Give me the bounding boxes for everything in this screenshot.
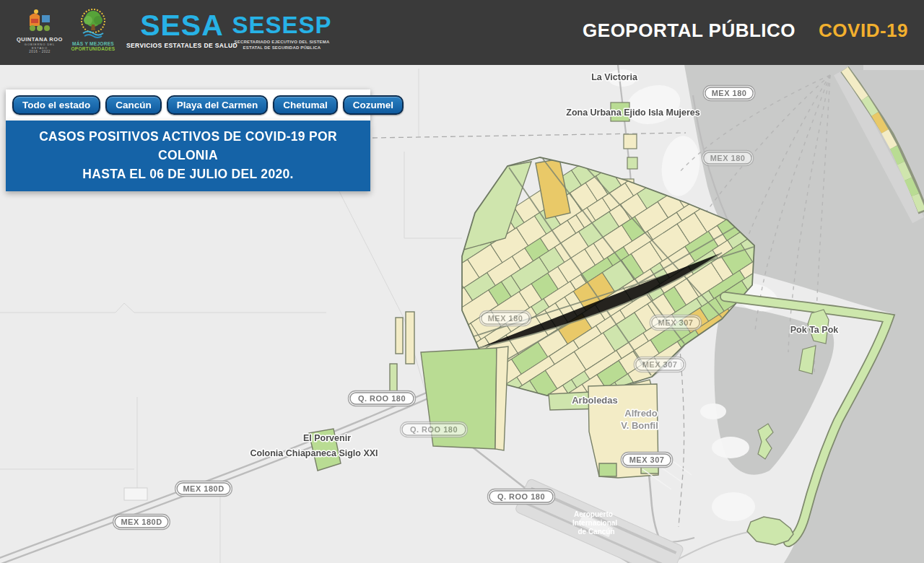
oportunidades-logo: MÁS Y MEJORES OPORTUNIDADES — [66, 7, 120, 51]
covid-badge: COVID-19 — [819, 19, 908, 42]
map-label: Colonia Chiapaneca Siglo XXI — [250, 448, 378, 458]
highway-shield: MEX 180 — [703, 86, 754, 101]
svg-text:MEX 180: MEX 180 — [710, 154, 746, 162]
button-cozumel[interactable]: Cozumel — [343, 95, 404, 115]
highway-shield: MEX 307 — [634, 357, 685, 372]
button-chetumal[interactable]: Chetumal — [273, 95, 338, 115]
quintana-roo-logo: QUINTANA ROO GOBIERNO DEL ESTADO 2016 - … — [16, 9, 64, 53]
map-label: Pok Ta Pok — [790, 325, 839, 335]
svg-text:MEX 307: MEX 307 — [642, 360, 678, 369]
map-label: Internacional — [572, 519, 617, 527]
svg-text:Q. ROO 180: Q. ROO 180 — [358, 394, 406, 403]
highway-shield: Q. ROO 180 — [488, 489, 555, 505]
svg-text:MEX 180D: MEX 180D — [183, 484, 224, 493]
highway-shield: MEX 307 — [621, 453, 672, 468]
sesesp-logo-title: SESESP — [230, 13, 334, 38]
overlay-panel: Todo el estado Cancún Playa del Carmen C… — [6, 90, 370, 191]
highway-shield: MEX 307 — [650, 315, 701, 331]
highway-shield: Q. ROO 180 — [401, 422, 468, 437]
svg-text:Q. ROO 180: Q. ROO 180 — [410, 425, 458, 434]
map-title-banner: CASOS POSITIVOS ACTIVOS DE COVID-19 POR … — [6, 121, 370, 191]
quintana-roo-emblem-icon — [25, 9, 54, 35]
oportunidades-logo-line1: MÁS Y MEJORES — [66, 41, 120, 46]
highway-shield: MEX 180D — [113, 515, 170, 530]
geoportal-app: QUINTANA ROO GOBIERNO DEL ESTADO 2016 - … — [0, 0, 924, 563]
map-label: Aeropuerto — [574, 510, 613, 518]
map-label: de Cancún — [578, 528, 614, 536]
quintana-roo-logo-years: 2016 - 2022 — [16, 50, 64, 53]
sesesp-logo: SESESP SECRETARIADO EJECUTIVO DEL SISTEM… — [230, 13, 334, 51]
button-cancun[interactable]: Cancún — [105, 95, 162, 115]
button-playa-del-carmen[interactable]: Playa del Carmen — [167, 95, 269, 115]
quintana-roo-logo-sub: GOBIERNO DEL ESTADO — [16, 43, 64, 50]
quintana-roo-logo-title: QUINTANA ROO — [16, 36, 64, 43]
banner-line1: CASOS POSITIVOS ACTIVOS DE COVID-19 POR … — [9, 127, 367, 165]
map-label: Zona Urbana Ejido Isla Mujeres — [566, 108, 700, 118]
svg-text:MEX 180: MEX 180 — [488, 314, 523, 323]
highway-shield: MEX 180 — [479, 311, 531, 326]
region-buttons: Todo el estado Cancún Playa del Carmen C… — [6, 90, 370, 121]
svg-text:Q. ROO 180: Q. ROO 180 — [497, 492, 545, 501]
page-title: GEOPORTAL PÚBLICO — [583, 19, 796, 42]
highway-shield: Q. ROO 180 — [349, 391, 416, 406]
map-label: Alfredo — [624, 408, 658, 419]
header-titles: GEOPORTAL PÚBLICO COVID-19 — [583, 19, 908, 42]
sesesp-logo-sub: SECRETARIADO EJECUTIVO DEL SISTEMA ESTAT… — [230, 40, 334, 51]
map-label: V. Bonfil — [621, 420, 658, 431]
map-label: La Victoria — [591, 72, 638, 82]
svg-text:MEX 307: MEX 307 — [658, 318, 694, 327]
svg-text:MEX 307: MEX 307 — [629, 455, 665, 464]
highway-shield: MEX 180D — [175, 481, 232, 497]
map-label: Arboledas — [572, 395, 618, 406]
sesa-logo-sub: SERVICIOS ESTATALES DE SALUD — [124, 42, 240, 49]
svg-text:MEX 180D: MEX 180D — [121, 518, 162, 526]
oportunidades-logo-line2: OPORTUNIDADES — [66, 46, 120, 51]
button-todo-el-estado[interactable]: Todo el estado — [12, 95, 100, 115]
highway-shield: MEX 180 — [702, 151, 753, 166]
svg-text:MEX 180: MEX 180 — [712, 89, 747, 97]
banner-line2: HASTA EL 06 DE JULIO DEL 2020. — [9, 165, 367, 183]
sesa-logo: SESA SERVICIOS ESTATALES DE SALUD — [124, 10, 240, 49]
tree-icon — [77, 7, 110, 40]
header: QUINTANA ROO GOBIERNO DEL ESTADO 2016 - … — [0, 0, 924, 65]
map-label: El Porvenir — [303, 433, 351, 443]
sesa-logo-title: SESA — [124, 10, 240, 40]
